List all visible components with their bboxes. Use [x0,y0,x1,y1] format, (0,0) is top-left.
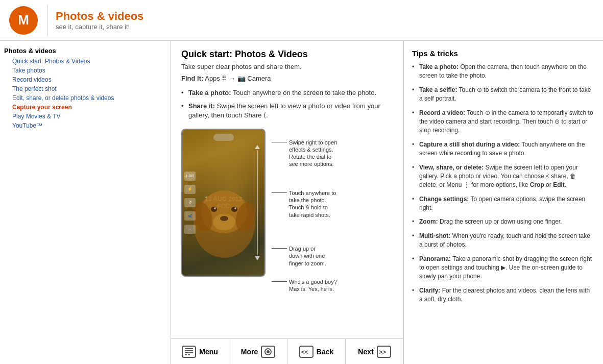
ctrl-panorama: ↔ [184,225,196,234]
more-button[interactable]: More [229,339,287,364]
ann-connector-2 [272,192,287,193]
ann-connector-4 [272,281,287,282]
sidebar-item-play-movies[interactable]: Play Movies & TV [4,112,166,121]
tip-clarify: Clarify: For the clearest photos and vid… [412,286,595,304]
more-icon [261,346,275,358]
slider-track [257,150,258,255]
annotation-touch: Touch anywhere totake the photo.Touch & … [272,189,337,219]
next-button[interactable]: Next >> [346,339,403,364]
tip-zoom: Zoom: Drag the screen up or down using o… [412,217,595,226]
page-header: M Photos & videos see it, capture it, sh… [0,0,603,41]
ann-text-effects: Swipe right to openeffects & settings.Ro… [289,139,337,168]
tips-panel: Tips & tricks Take a photo: Open the cam… [404,41,603,364]
section-title: Quick start: Photos & Videos [181,49,393,60]
header-text-block: Photos & videos see it, capture it, shar… [56,10,143,31]
annotation-dog: Who's a good boy?Max is. Yes, he is. [272,278,337,293]
bullet-take-photo: Take a photo: Touch anywhere on the scre… [181,88,393,98]
dog-silhouette [187,184,261,265]
sidebar-title: Photos & videos [4,47,166,55]
tip-multi-shot: Multi-shot: When you're ready, touch and… [412,232,595,250]
tip-still-shot: Capture a still shot during a video: Tou… [412,140,595,158]
tips-list: Take a photo: Open the camera, then touc… [412,63,595,304]
svg-text:M: M [18,12,29,28]
back-button[interactable]: << Back [287,339,346,364]
tip-change-settings: Change settings: To open camera options,… [412,195,595,213]
menu-icon [182,346,196,358]
svg-point-9 [231,207,237,212]
ann-text-dog: Who's a good boy?Max is. Yes, he is. [289,278,337,293]
ctrl-video: 📹 [184,211,196,221]
svg-point-8 [211,207,217,212]
bottom-bar: Menu More << Back Next >> [171,338,403,364]
ctrl-flash: ⚡ [184,185,196,194]
header-divider [47,5,47,36]
svg-rect-13 [185,350,193,351]
svg-rect-14 [185,352,193,353]
sidebar: Photos & videos Quick start: Photos & Vi… [0,41,171,364]
camera-controls-left: HDR ⚡ ↺ 📹 ↔ [184,172,196,234]
menu-button[interactable]: Menu [171,339,229,364]
ctrl-hdr: HDR [184,172,196,181]
annotation-effects: Swipe right to openeffects & settings.Ro… [272,139,337,168]
back-icon: << [299,346,313,358]
camera-area: 13 AUG 2013 FCC [181,129,393,299]
sidebar-item-edit-share[interactable]: Edit, share, or delete photos & videos [4,93,166,103]
next-label: Next [358,348,373,356]
find-it-line: Find it: Apps ⠿ → 📷 Camera [181,75,393,82]
tip-panorama: Panorama: Take a panoramic shot by dragg… [412,255,595,281]
svg-text:>>: >> [379,349,386,355]
tip-record-video: Record a video: Touch ⊙ in the camera to… [412,109,595,135]
svg-rect-15 [185,354,187,355]
camera-screenshot: 13 AUG 2013 FCC [181,129,266,277]
camera-top-button [213,134,234,141]
ann-text-touch: Touch anywhere totake the photo.Touch & … [289,189,336,219]
center-panel: Quick start: Photos & Videos Take super … [171,41,404,364]
bullet-share-it: Share it: Swipe the screen left to view … [181,102,393,120]
sidebar-nav: Quick start: Photos & Videos Take photos… [4,57,166,130]
menu-label: Menu [199,348,218,356]
svg-point-10 [214,207,216,209]
svg-text:<<: << [301,349,308,355]
camera-annotations: Swipe right to openeffects & settings.Ro… [266,129,337,299]
page-title: Photos & videos [56,10,143,23]
tips-title: Tips & tricks [412,49,595,58]
motorola-logo: M [8,5,39,36]
section-subtitle: Take super clear photos and share them. [181,63,393,70]
sidebar-item-youtube[interactable]: YouTube™ [4,121,166,130]
sidebar-item-quick-start[interactable]: Quick start: Photos & Videos [4,57,166,66]
svg-point-7 [220,216,228,221]
svg-rect-12 [185,348,193,349]
tip-view-share: View, share, or delete: Swipe the screen… [412,163,595,190]
ann-connector-3 [272,248,287,249]
sidebar-item-perfect-shot[interactable]: The perfect shot [4,84,166,93]
sidebar-item-record-videos[interactable]: Record videos [4,75,166,84]
page-subtitle: see it, capture it, share it! [56,23,143,31]
ann-text-drag: Drag up ordown with onefinger to zoom. [289,245,326,267]
center-content: Quick start: Photos & Videos Take super … [171,41,403,338]
back-label: Back [317,348,333,356]
tip-take-photo: Take a photo: Open the camera, then touc… [412,63,595,81]
center-bullet-list: Take a photo: Touch anywhere on the scre… [181,88,393,120]
svg-point-11 [234,207,236,209]
slider-arrow-up [255,145,260,149]
next-icon: >> [377,346,391,358]
camera-zoom-slider [253,145,261,260]
find-it-label: Find it: [181,75,203,82]
sidebar-item-take-photos[interactable]: Take photos [4,66,166,75]
svg-rect-16 [188,354,190,355]
svg-point-18 [267,350,270,353]
annotation-drag: Drag up ordown with onefinger to zoom. [272,245,337,267]
more-label: More [241,348,258,356]
ctrl-switch: ↺ [184,198,196,207]
main-content: Photos & videos Quick start: Photos & Vi… [0,41,603,364]
sidebar-item-capture-screen[interactable]: Capture your screen [4,103,166,112]
tip-selfie: Take a selfie: Touch ⊙ to switch the cam… [412,86,595,104]
slider-arrow-down [255,256,260,260]
ann-connector-1 [272,142,287,142]
